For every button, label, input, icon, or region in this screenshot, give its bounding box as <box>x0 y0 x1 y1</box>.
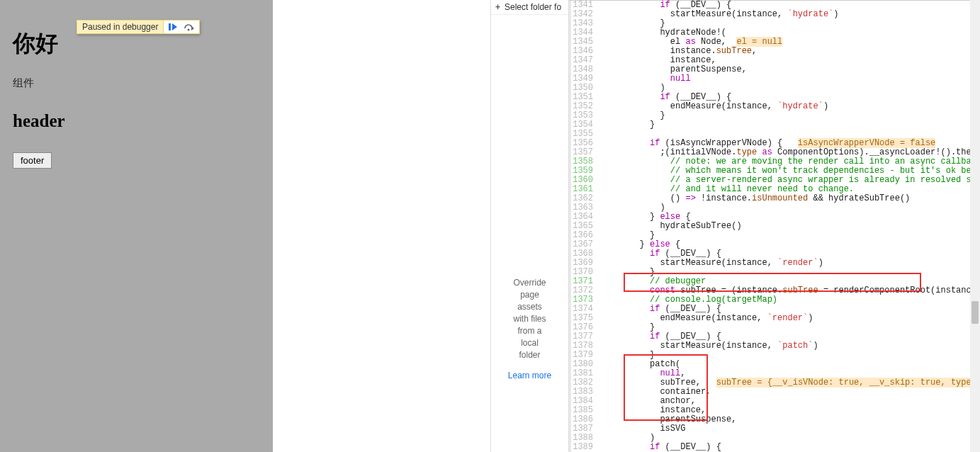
scrollbar-thumb[interactable] <box>971 301 979 324</box>
component-label: 组件 <box>13 77 260 90</box>
devtools-panel: + Select folder fo Overridepageassetswit… <box>490 0 980 452</box>
svg-rect-0 <box>169 23 171 30</box>
debugger-overlay-buttons <box>164 20 200 34</box>
header-heading: header <box>13 111 260 131</box>
footer-button[interactable]: footer <box>13 152 52 169</box>
overrides-message: Overridepageassetswith filesfrom alocalf… <box>491 277 568 382</box>
learn-more-link[interactable]: Learn more <box>508 370 551 382</box>
code-content: isSVG <box>599 424 980 434</box>
code-content: startMeasure(instance, `patch`) <box>599 341 980 351</box>
svg-marker-1 <box>172 23 177 30</box>
step-over-icon <box>184 22 195 32</box>
debugger-overlay: Paused in debugger <box>77 20 200 34</box>
overrides-message-line: page <box>500 289 560 301</box>
code-editor[interactable]: 1341 if (__DEV__) {1342 startMeasure(ins… <box>569 0 980 452</box>
play-icon <box>168 22 178 32</box>
overrides-message-line: assets <box>500 301 560 313</box>
code-line[interactable]: 1389 if (__DEV__) { <box>569 443 980 452</box>
code-content: startMeasure(instance, `render`) <box>599 259 980 268</box>
code-content: endMeasure(instance, `render`) <box>599 314 980 323</box>
select-folder-button[interactable]: + Select folder fo <box>491 0 568 15</box>
code-content: } <box>599 120 980 130</box>
overrides-message-line: from a <box>500 325 560 337</box>
plus-icon: + <box>495 2 500 12</box>
resume-button[interactable] <box>165 22 181 32</box>
line-number[interactable]: 1389 <box>569 443 599 452</box>
code-line[interactable]: 1354 } <box>569 120 980 130</box>
overrides-sidebar: + Select folder fo Overridepageassetswit… <box>491 0 569 452</box>
debugger-paused-label: Paused in debugger <box>77 20 164 34</box>
overrides-message-line: Override <box>500 277 560 289</box>
code-content: if (__DEV__) { <box>599 443 980 452</box>
step-over-button[interactable] <box>181 22 198 32</box>
overrides-message-line: local <box>500 337 560 349</box>
code-content: } <box>599 111 980 120</box>
code-content: hydrateSubTree() <box>599 222 980 231</box>
vertical-scrollbar[interactable] <box>970 0 980 452</box>
preview-pane: 你好 组件 header footer <box>0 0 273 452</box>
svg-point-3 <box>188 29 190 31</box>
overrides-message-line: with files <box>500 313 560 325</box>
svg-marker-2 <box>191 26 194 30</box>
overrides-message-line: folder <box>500 349 560 361</box>
select-folder-label: Select folder fo <box>505 2 561 12</box>
